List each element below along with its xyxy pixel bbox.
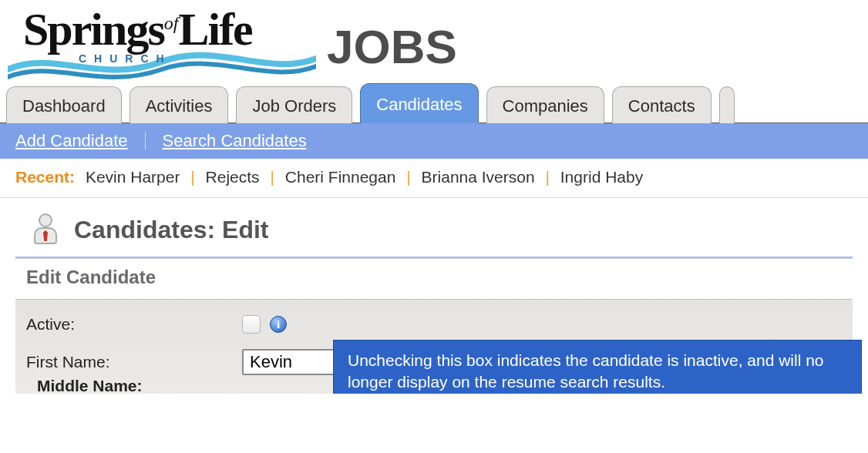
page-title-row: Candidates: Edit [0,198,868,252]
subnav: Add Candidate Search Candidates [0,123,868,159]
subnav-separator [145,133,146,149]
recent-separator: | [270,168,274,186]
subnav-add-candidate[interactable]: Add Candidate [15,131,128,151]
brand-jobs: JOBS [327,23,457,71]
edit-candidate-form: Active: i First Name: Unchecking this bo… [15,299,853,394]
tab-companies[interactable]: Companies [486,86,604,123]
first-name-label: First Name: [26,353,242,371]
subnav-search-candidates[interactable]: Search Candidates [163,131,307,151]
brand-word-of: of [164,13,179,33]
recent-item[interactable]: Rejects [206,168,260,186]
main-tabs: Dashboard Activities Job Orders Candidat… [0,83,868,123]
brand-subword: CHURCH [79,52,172,65]
info-icon[interactable]: i [270,316,287,333]
recent-label: Recent: [15,168,75,186]
form-row-active: Active: i [26,307,842,341]
brand-logo: SpringsofLife CHURCH [23,6,308,76]
recent-item[interactable]: Kevin Harper [86,168,180,186]
recent-item[interactable]: Brianna Iverson [422,168,535,186]
tab-contacts[interactable]: Contacts [612,86,712,123]
recent-separator: | [406,168,410,186]
recent-bar: Recent: Kevin Harper | Rejects | Cheri F… [0,159,868,198]
tab-job-orders[interactable]: Job Orders [236,86,352,123]
recent-separator: | [545,168,549,186]
recent-separator: | [190,168,194,186]
header-logo: SpringsofLife CHURCH JOBS [0,0,868,83]
brand-word-1: Springs [23,4,164,55]
tab-candidates[interactable]: Candidates [360,83,478,123]
brand-word-2: Life [178,4,251,55]
tab-dashboard[interactable]: Dashboard [6,86,122,123]
tab-overflow[interactable] [719,86,735,123]
recent-item[interactable]: Ingrid Haby [560,168,643,186]
tab-activities[interactable]: Activities [130,86,229,123]
active-tooltip: Unchecking this box indicates the candid… [333,340,862,394]
section-header: Edit Candidate [0,259,868,299]
active-checkbox[interactable] [242,315,261,334]
recent-item[interactable]: Cheri Finnegan [285,168,396,186]
person-icon [31,213,60,246]
middle-name-label: Middle Name: [37,377,143,394]
page-title: Candidates: Edit [74,216,268,244]
active-label: Active: [26,315,242,334]
